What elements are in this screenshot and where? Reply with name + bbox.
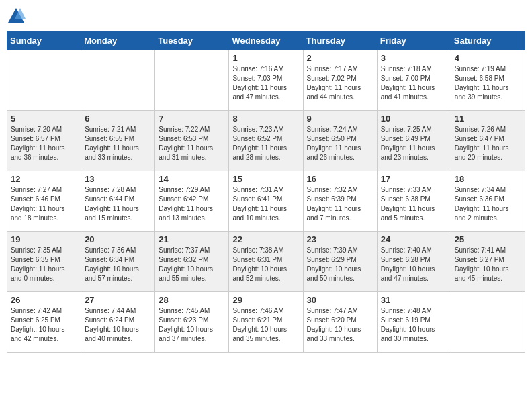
day-info: Sunrise: 7:31 AM Sunset: 6:41 PM Dayligh… <box>232 185 299 223</box>
calendar-cell: 3Sunrise: 7:18 AM Sunset: 7:00 PM Daylig… <box>377 50 451 111</box>
calendar-cell: 25Sunrise: 7:41 AM Sunset: 6:27 PM Dayli… <box>451 232 525 292</box>
day-info: Sunrise: 7:48 AM Sunset: 6:19 PM Dayligh… <box>381 306 447 344</box>
header <box>7 7 525 26</box>
weekday-header-row: SundayMondayTuesdayWednesdayThursdayFrid… <box>7 32 525 50</box>
day-number: 26 <box>11 295 77 305</box>
weekday-header: Sunday <box>7 32 81 50</box>
day-info: Sunrise: 7:19 AM Sunset: 6:58 PM Dayligh… <box>455 64 521 102</box>
day-info: Sunrise: 7:17 AM Sunset: 7:02 PM Dayligh… <box>307 64 373 102</box>
calendar-cell: 18Sunrise: 7:34 AM Sunset: 6:36 PM Dayli… <box>451 171 525 232</box>
day-info: Sunrise: 7:25 AM Sunset: 6:49 PM Dayligh… <box>381 125 447 163</box>
day-number: 5 <box>11 113 77 124</box>
calendar-cell: 31Sunrise: 7:48 AM Sunset: 6:19 PM Dayli… <box>377 292 451 353</box>
day-info: Sunrise: 7:34 AM Sunset: 6:36 PM Dayligh… <box>455 185 521 223</box>
day-info: Sunrise: 7:35 AM Sunset: 6:35 PM Dayligh… <box>11 246 77 283</box>
calendar-week-row: 26Sunrise: 7:42 AM Sunset: 6:25 PM Dayli… <box>7 292 525 353</box>
logo <box>7 7 28 26</box>
calendar-cell: 6Sunrise: 7:21 AM Sunset: 6:55 PM Daylig… <box>81 111 155 171</box>
logo-icon <box>7 7 26 26</box>
calendar-cell: 15Sunrise: 7:31 AM Sunset: 6:41 PM Dayli… <box>229 171 303 232</box>
calendar-week-row: 12Sunrise: 7:27 AM Sunset: 6:46 PM Dayli… <box>7 171 525 232</box>
day-number: 24 <box>381 234 447 244</box>
weekday-header: Friday <box>377 32 451 50</box>
day-info: Sunrise: 7:27 AM Sunset: 6:46 PM Dayligh… <box>11 185 77 223</box>
calendar-cell: 14Sunrise: 7:29 AM Sunset: 6:42 PM Dayli… <box>155 171 229 232</box>
calendar-cell: 11Sunrise: 7:26 AM Sunset: 6:47 PM Dayli… <box>451 111 525 171</box>
day-info: Sunrise: 7:24 AM Sunset: 6:50 PM Dayligh… <box>307 125 373 163</box>
day-number: 2 <box>307 53 373 63</box>
day-info: Sunrise: 7:37 AM Sunset: 6:32 PM Dayligh… <box>159 246 225 283</box>
day-number: 31 <box>381 295 447 305</box>
calendar-cell: 30Sunrise: 7:47 AM Sunset: 6:20 PM Dayli… <box>303 292 377 353</box>
day-info: Sunrise: 7:44 AM Sunset: 6:24 PM Dayligh… <box>85 306 151 344</box>
day-number: 9 <box>307 113 373 124</box>
day-info: Sunrise: 7:20 AM Sunset: 6:57 PM Dayligh… <box>11 125 77 163</box>
day-number: 16 <box>307 174 373 184</box>
day-number: 11 <box>455 113 521 124</box>
calendar-cell: 27Sunrise: 7:44 AM Sunset: 6:24 PM Dayli… <box>81 292 155 353</box>
day-info: Sunrise: 7:33 AM Sunset: 6:38 PM Dayligh… <box>381 185 447 223</box>
day-number: 28 <box>159 295 225 305</box>
weekday-header: Saturday <box>451 32 525 50</box>
day-info: Sunrise: 7:39 AM Sunset: 6:29 PM Dayligh… <box>307 246 373 283</box>
calendar-cell: 26Sunrise: 7:42 AM Sunset: 6:25 PM Dayli… <box>7 292 81 353</box>
calendar-cell: 19Sunrise: 7:35 AM Sunset: 6:35 PM Dayli… <box>7 232 81 292</box>
day-number: 17 <box>381 174 447 184</box>
day-number: 30 <box>307 295 373 305</box>
calendar-cell <box>7 50 81 111</box>
calendar-cell: 17Sunrise: 7:33 AM Sunset: 6:38 PM Dayli… <box>377 171 451 232</box>
calendar-cell: 4Sunrise: 7:19 AM Sunset: 6:58 PM Daylig… <box>451 50 525 111</box>
calendar-cell: 24Sunrise: 7:40 AM Sunset: 6:28 PM Dayli… <box>377 232 451 292</box>
day-number: 22 <box>232 234 299 244</box>
day-number: 13 <box>85 174 151 184</box>
calendar-cell: 13Sunrise: 7:28 AM Sunset: 6:44 PM Dayli… <box>81 171 155 232</box>
day-info: Sunrise: 7:16 AM Sunset: 7:03 PM Dayligh… <box>232 64 299 102</box>
day-info: Sunrise: 7:41 AM Sunset: 6:27 PM Dayligh… <box>455 246 521 283</box>
day-info: Sunrise: 7:32 AM Sunset: 6:39 PM Dayligh… <box>307 185 373 223</box>
day-number: 4 <box>455 53 521 63</box>
weekday-header: Wednesday <box>229 32 303 50</box>
day-number: 15 <box>232 174 299 184</box>
day-number: 27 <box>85 295 151 305</box>
day-number: 20 <box>85 234 151 244</box>
weekday-header: Tuesday <box>155 32 229 50</box>
day-number: 3 <box>381 53 447 63</box>
day-number: 25 <box>455 234 521 244</box>
calendar-cell <box>81 50 155 111</box>
day-number: 29 <box>232 295 299 305</box>
day-number: 14 <box>159 174 225 184</box>
calendar-cell: 2Sunrise: 7:17 AM Sunset: 7:02 PM Daylig… <box>303 50 377 111</box>
day-info: Sunrise: 7:22 AM Sunset: 6:53 PM Dayligh… <box>159 125 225 163</box>
calendar-cell: 7Sunrise: 7:22 AM Sunset: 6:53 PM Daylig… <box>155 111 229 171</box>
calendar-cell: 10Sunrise: 7:25 AM Sunset: 6:49 PM Dayli… <box>377 111 451 171</box>
day-number: 12 <box>11 174 77 184</box>
day-number: 18 <box>455 174 521 184</box>
calendar-cell <box>451 292 525 353</box>
day-number: 21 <box>159 234 225 244</box>
calendar-cell: 28Sunrise: 7:45 AM Sunset: 6:23 PM Dayli… <box>155 292 229 353</box>
day-number: 6 <box>85 113 151 124</box>
calendar-cell: 21Sunrise: 7:37 AM Sunset: 6:32 PM Dayli… <box>155 232 229 292</box>
calendar-cell: 1Sunrise: 7:16 AM Sunset: 7:03 PM Daylig… <box>229 50 303 111</box>
calendar-week-row: 19Sunrise: 7:35 AM Sunset: 6:35 PM Dayli… <box>7 232 525 292</box>
day-info: Sunrise: 7:28 AM Sunset: 6:44 PM Dayligh… <box>85 185 151 223</box>
day-info: Sunrise: 7:18 AM Sunset: 7:00 PM Dayligh… <box>381 64 447 102</box>
day-info: Sunrise: 7:26 AM Sunset: 6:47 PM Dayligh… <box>455 125 521 163</box>
calendar-cell: 29Sunrise: 7:46 AM Sunset: 6:21 PM Dayli… <box>229 292 303 353</box>
day-number: 1 <box>232 53 299 63</box>
calendar-cell: 8Sunrise: 7:23 AM Sunset: 6:52 PM Daylig… <box>229 111 303 171</box>
calendar-cell: 22Sunrise: 7:38 AM Sunset: 6:31 PM Dayli… <box>229 232 303 292</box>
day-info: Sunrise: 7:46 AM Sunset: 6:21 PM Dayligh… <box>232 306 299 344</box>
day-info: Sunrise: 7:42 AM Sunset: 6:25 PM Dayligh… <box>11 306 77 344</box>
weekday-header: Thursday <box>303 32 377 50</box>
day-number: 8 <box>232 113 299 124</box>
calendar-cell <box>155 50 229 111</box>
calendar-cell: 5Sunrise: 7:20 AM Sunset: 6:57 PM Daylig… <box>7 111 81 171</box>
weekday-header: Monday <box>81 32 155 50</box>
calendar-cell: 9Sunrise: 7:24 AM Sunset: 6:50 PM Daylig… <box>303 111 377 171</box>
calendar-cell: 20Sunrise: 7:36 AM Sunset: 6:34 PM Dayli… <box>81 232 155 292</box>
day-info: Sunrise: 7:40 AM Sunset: 6:28 PM Dayligh… <box>381 246 447 283</box>
day-info: Sunrise: 7:29 AM Sunset: 6:42 PM Dayligh… <box>159 185 225 223</box>
day-info: Sunrise: 7:36 AM Sunset: 6:34 PM Dayligh… <box>85 246 151 283</box>
calendar-week-row: 1Sunrise: 7:16 AM Sunset: 7:03 PM Daylig… <box>7 50 525 111</box>
